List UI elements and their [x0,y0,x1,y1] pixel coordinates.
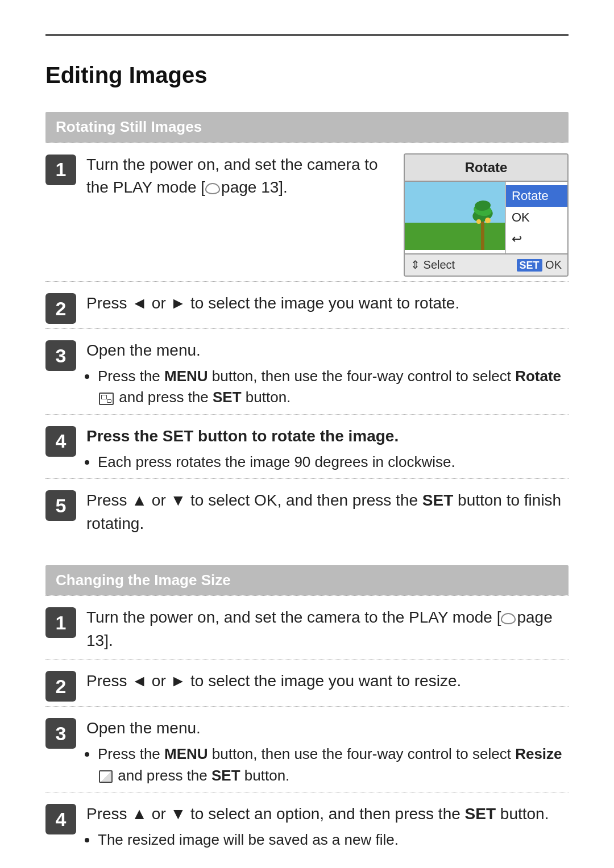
resize-step-content-1: Turn the power on, and set the camera to… [86,606,569,654]
book-icon-2 [501,613,516,624]
resize-step-content-2: Press ◄ or ► to select the image you wan… [86,670,569,695]
resize-step-content-4: Press ▲ or ▼ to select an option, and th… [86,803,569,852]
rotate-ui-body: Rotate OK ↩ [405,182,567,253]
menu-item-rotate: Rotate [506,185,567,207]
resize-step-row-1: 1 Turn the power on, and set the camera … [45,595,569,659]
step-text-4: Press the SET button to rotate the image… [86,425,569,448]
palm-tree-icon [471,193,495,250]
svg-point-4 [485,218,491,223]
resize-step-row-4: 4 Press ▲ or ▼ to select an option, and … [45,792,569,856]
step-row-3: 3 Open the menu. Press the MENU button, … [45,328,569,414]
rotate-menu-image: Rotate [404,153,569,277]
step-content-4: Press the SET button to rotate the image… [86,425,569,474]
step-text-3: Open the menu. [86,339,569,362]
resize-step-text-3: Open the menu. [86,717,569,740]
resize-step-text-4: Press ▲ or ▼ to select an option, and th… [86,803,569,826]
resize-step-row-2: 2 Press ◄ or ► to select the image you w… [45,659,569,706]
resize-step-bullets-3: Press the MENU button, then use the four… [98,744,569,786]
step-number-4: 4 [45,426,76,457]
top-border [45,34,569,36]
section-header-rotating: Rotating Still Images [45,112,569,143]
step-content-2: Press ◄ or ► to select the image you wan… [86,292,569,318]
resize-bullet-4-1: The resized image will be saved as a new… [98,829,569,851]
step-content-5: Press ▲ or ▼ to select OK, and then pres… [86,489,569,537]
resize-step-number-4: 4 [45,804,76,834]
step-bullets-3: Press the MENU button, then use the four… [98,366,569,408]
bullet-4-1: Each press rotates the image 90 degrees … [98,452,569,473]
rotate-ui-footer: ⇕ Select SET OK [405,253,567,276]
page-title: Editing Images [45,59,569,91]
svg-point-5 [476,219,481,224]
section-resize: Changing the Image Size 1 Turn the power… [45,565,569,857]
step-row-5: 5 Press ▲ or ▼ to select OK, and then pr… [45,478,569,542]
step-number-2: 2 [45,293,76,324]
scene-preview [405,182,505,250]
resize-step-content-3: Open the menu. Press the MENU button, th… [86,717,569,787]
step-number-3: 3 [45,340,76,371]
section-header-resize: Changing the Image Size [45,565,569,596]
footer-set: SET OK [517,257,562,273]
resize-step-text-1: Turn the power on, and set the camera to… [86,606,569,652]
step-bullets-4: Each press rotates the image 90 degrees … [98,452,569,473]
step-number-5: 5 [45,490,76,521]
steps-block-resize: 1 Turn the power on, and set the camera … [45,595,569,856]
resize-bullet-3-1: Press the MENU button, then use the four… [98,744,569,786]
book-icon-1 [205,183,220,194]
steps-block-rotating: 1 Turn the power on, and set the camera … [45,143,569,542]
step-row-2: 2 Press ◄ or ► to select the image you w… [45,281,569,328]
step-text-1: Turn the power on, and set the camera to… [86,153,388,199]
rotate-ui-preview: Rotate [404,153,569,277]
resize-step-bullets-4: The resized image will be saved as a new… [98,829,569,851]
section-rotating: Rotating Still Images 1 Turn the power o… [45,112,569,542]
set-badge: SET [517,259,542,272]
step-left: 1 Turn the power on, and set the camera … [45,153,388,202]
bullet-3-1: Press the MENU button, then use the four… [98,366,569,408]
step-text-5: Press ▲ or ▼ to select OK, and then pres… [86,489,569,535]
menu-item-back: ↩ [506,228,567,250]
resize-step-number-3: 3 [45,718,76,749]
step-row: 1 Turn the power on, and set the camera … [45,143,569,281]
footer-select: ⇕ Select [410,257,455,273]
step-content-1: Turn the power on, and set the camera to… [86,153,388,202]
rotate-ui-header: Rotate [405,155,567,182]
step-content-3: Open the menu. Press the MENU button, th… [86,339,569,410]
resize-step-text-2: Press ◄ or ► to select the image you wan… [86,670,569,693]
step-number-1: 1 [45,155,76,185]
step-row-4: 4 Press the SET button to rotate the ima… [45,414,569,478]
resize-step-number-2: 2 [45,671,76,702]
rotate-ui-menu: Rotate OK ↩ [505,182,567,253]
resize-step-number-1: 1 [45,607,76,638]
menu-item-ok: OK [506,207,567,228]
step-text-2: Press ◄ or ► to select the image you wan… [86,292,569,315]
resize-step-row-3: 3 Open the menu. Press the MENU button, … [45,706,569,792]
